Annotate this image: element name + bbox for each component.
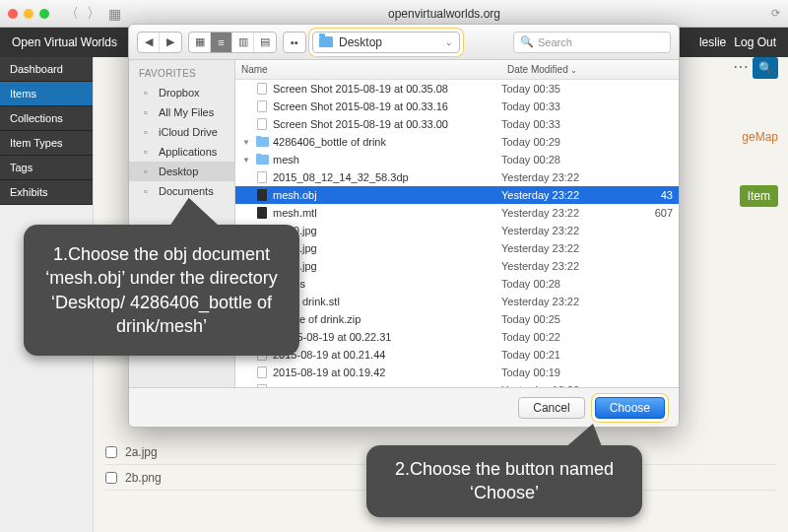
file-row[interactable]: tex_2.jpgYesterday 23:22 (235, 257, 679, 275)
file-row[interactable]: 2015_08_12_14_32_58.3dpYesterday 23:22 (235, 168, 679, 186)
menu-collections[interactable]: Collections (0, 106, 93, 131)
sidebar-item-all-my-files[interactable]: ▫All My Files (129, 102, 234, 122)
file-date: Today 00:33 (501, 118, 629, 130)
column-headers[interactable]: Name Date Modified ⌄ (235, 60, 679, 80)
menu-items[interactable]: Items (0, 82, 93, 106)
sidebar-item-icloud-drive[interactable]: ▫iCloud Drive (129, 122, 234, 142)
choose-button[interactable]: Choose (595, 397, 665, 419)
menu-exhibits[interactable]: Exhibits (0, 180, 93, 205)
minimize-icon[interactable] (24, 9, 33, 19)
list-item-label: 2b.png (125, 471, 162, 485)
sidebar-item-dropbox[interactable]: ▫Dropbox (129, 83, 234, 102)
disclosure-down-icon[interactable]: ▼ (241, 138, 251, 147)
col-name[interactable]: Name (235, 64, 501, 75)
col-date-modified[interactable]: Date Modified ⌄ (501, 64, 629, 75)
sidebar-header: Favorites (129, 66, 234, 83)
annotation-callout-2: 2.Choose the button named ‘Choose’ (366, 445, 642, 517)
file-date: Yesterday 23:22 (501, 242, 629, 254)
arrange-icon[interactable]: ▪▪ (284, 33, 305, 52)
file-name: 4286406_bottle of drink (273, 136, 386, 148)
file-date: Today 00:29 (501, 136, 629, 148)
nav-back-icon[interactable]: ◀ (138, 33, 160, 52)
file-date: Yesterday 23:22 (501, 171, 629, 183)
file-row[interactable]: ▼meshToday 00:28 (235, 151, 679, 168)
file-name: mesh (273, 154, 299, 166)
file-row[interactable]: 2015-08-19 at 00.21.44Today 00:21 (235, 346, 679, 364)
file-row[interactable]: mesh.mtlYesterday 23:22607 (235, 204, 679, 222)
sidebar-item-label: Applications (159, 146, 217, 158)
close-icon[interactable] (8, 9, 18, 19)
list-checkbox[interactable] (105, 446, 117, 458)
file-name: 2015-08-19 at 00.19.42 (273, 366, 385, 378)
nav-back-forward[interactable]: ◀ ▶ (137, 32, 182, 53)
folder-icon (256, 155, 269, 165)
window-controls[interactable] (8, 9, 49, 19)
view-coverflow-icon[interactable]: ▤ (254, 33, 276, 52)
search-icon: 🔍 (758, 61, 773, 75)
file-date: Today 00:33 (501, 100, 629, 112)
menu-tags[interactable]: Tags (0, 156, 93, 180)
reload-icon[interactable]: ⟳ (771, 7, 780, 20)
sidebar-item-label: Desktop (159, 166, 198, 177)
view-columns-icon[interactable]: ▥ (232, 33, 254, 52)
disclosure-down-icon[interactable]: ▼ (241, 156, 251, 165)
address-bar[interactable]: openvirtualworlds.org (125, 7, 763, 21)
list-checkbox[interactable] (105, 472, 117, 484)
location-label: Desktop (339, 35, 382, 49)
location-popup[interactable]: Desktop ⌄ (312, 32, 460, 53)
view-icons-icon[interactable]: ▦ (189, 33, 211, 52)
file-row[interactable]: tex_1.jpgYesterday 23:22 (235, 239, 679, 257)
file-row[interactable]: _bottle of drink.zipToday 00:25 (235, 310, 679, 328)
apps-icon: ▫ (139, 145, 153, 159)
file-name: Screen Shot 2015-08-19 at 00.35.08 (273, 83, 448, 95)
file-name: 2015_08_12_14_32_58.3dp (273, 171, 409, 183)
file-name: Screen Shot 2015-08-19 at 00.33.00 (273, 118, 448, 130)
search-button[interactable]: 🔍 (753, 57, 778, 79)
zoom-icon[interactable] (39, 9, 49, 19)
document-icon (257, 100, 267, 112)
sidebar-item-label: Dropbox (159, 87, 200, 99)
file-date: Yesterday 23:22 (501, 225, 629, 236)
file-row[interactable]: mesh.objYesterday 23:2243 (235, 186, 679, 204)
file-name: mesh.obj (273, 189, 317, 201)
file-date: Today 00:35 (501, 83, 629, 95)
sidebar-item-desktop[interactable]: ▫Desktop (129, 162, 234, 181)
view-list-icon[interactable]: ≡ (211, 33, 232, 52)
file-row[interactable]: Screen Shot 2015-08-19 at 00.33.00Today … (235, 115, 679, 133)
file-icon (257, 189, 267, 201)
file-icon (257, 207, 267, 219)
dialog-search-input[interactable]: 🔍 Search (513, 32, 671, 53)
logout-link[interactable]: Log Out (734, 35, 776, 49)
dropbox-icon: ▫ (139, 86, 153, 100)
nav-forward-icon[interactable]: ▶ (160, 33, 181, 52)
menu-dashboard[interactable]: Dashboard (0, 57, 93, 82)
arrange-group[interactable]: ▪▪ (283, 32, 306, 53)
file-row[interactable]: tex_0.jpgYesterday 23:22 (235, 222, 679, 239)
sidebar-item-applications[interactable]: ▫Applications (129, 142, 234, 162)
forward-button[interactable]: 〉 (87, 5, 100, 23)
all-files-icon: ▫ (139, 105, 153, 119)
file-date: Yesterday 23:22 (501, 260, 629, 272)
chevron-down-icon: ⌄ (570, 66, 577, 75)
cancel-button[interactable]: Cancel (518, 397, 584, 419)
file-row[interactable]: Screen Shot 2015-08-19 at 00.35.08Today … (235, 80, 679, 98)
view-mode-group[interactable]: ▦ ≡ ▥ ▤ (188, 32, 277, 53)
search-icon: 🔍 (520, 35, 534, 48)
search-placeholder: Search (538, 36, 572, 48)
overflow-icon[interactable]: ⋯ (733, 57, 749, 76)
document-icon (257, 171, 267, 183)
file-row[interactable]: t 2015-08-19 at 00.22.31Today 00:22 (235, 328, 679, 346)
file-row[interactable]: ▶photosToday 00:28 (235, 275, 679, 293)
sidebar-toggle[interactable]: ▦ (108, 6, 121, 22)
icloud-icon: ▫ (139, 125, 153, 139)
file-row[interactable]: 2015-08-19 at 00.19.42Today 00:19 (235, 364, 679, 381)
file-date: Yesterday 23:22 (501, 189, 629, 201)
document-icon (257, 118, 267, 130)
file-row[interactable]: ttle of drink.stlYesterday 23:22 (235, 293, 679, 310)
add-item-button[interactable]: Item (740, 185, 778, 207)
file-row[interactable]: Screen Shot 2015-08-19 at 00.33.16Today … (235, 98, 679, 115)
file-row[interactable]: ▼4286406_bottle of drinkToday 00:29 (235, 133, 679, 151)
file-date: Yesterday 23:22 (501, 207, 629, 219)
menu-item-types[interactable]: Item Types (0, 131, 93, 156)
back-button[interactable]: 〈 (65, 5, 79, 23)
